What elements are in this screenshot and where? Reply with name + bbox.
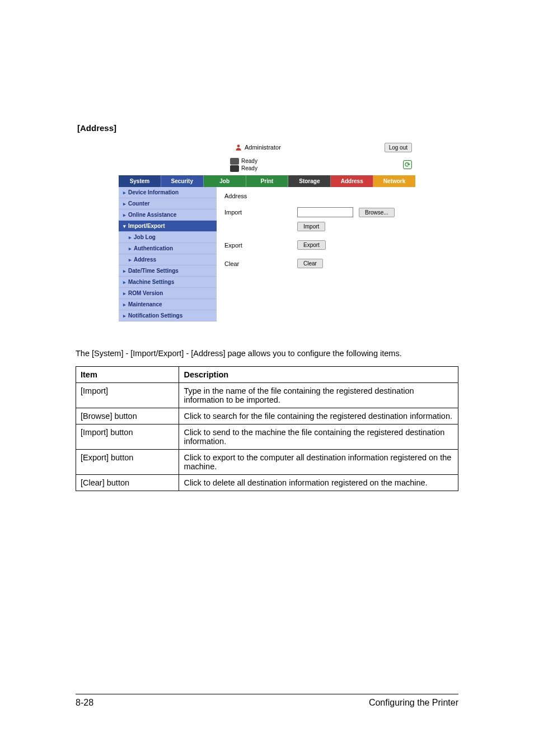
- tab-job[interactable]: Job: [204, 175, 246, 187]
- table-cell-desc: Click to search for the file containing …: [179, 408, 458, 424]
- table-header-item: Item: [76, 366, 179, 382]
- sidebar-item-maintenance[interactable]: Maintenance: [119, 299, 217, 310]
- sidebar-item-device-info[interactable]: Device Information: [119, 187, 217, 198]
- person-icon: [235, 143, 242, 151]
- table-header-description: Description: [179, 366, 458, 382]
- role-label: Administrator: [245, 144, 281, 151]
- scanner-icon: [230, 165, 239, 172]
- admin-screenshot: Administrator Log out Ready Ready ⟳ Syst: [119, 141, 415, 321]
- sidebar: Device Information Counter Online Assist…: [119, 187, 217, 321]
- sidebar-item-counter[interactable]: Counter: [119, 198, 217, 209]
- tab-system[interactable]: System: [119, 175, 161, 187]
- sidebar-item-import-export[interactable]: Import/Export: [119, 221, 217, 232]
- tab-storage[interactable]: Storage: [288, 175, 331, 187]
- table-row: [Export] button Click to export to the c…: [76, 449, 458, 474]
- import-file-field[interactable]: [297, 207, 353, 217]
- table-cell-desc: Click to export to the computer all dest…: [179, 449, 458, 474]
- logout-button[interactable]: Log out: [385, 143, 412, 152]
- scanner-status: Ready: [241, 165, 257, 171]
- import-button[interactable]: Import: [297, 222, 325, 231]
- sidebar-item-online-assist[interactable]: Online Assistance: [119, 209, 217, 221]
- section-heading: [Address]: [77, 123, 458, 133]
- admin-role-indicator: Administrator: [235, 143, 281, 151]
- page-footer: 8-28 Configuring the Printer: [76, 694, 458, 708]
- clear-label: Clear: [224, 260, 292, 267]
- table-cell-desc: Type in the name of the file containing …: [179, 382, 458, 408]
- table-cell-item: [Import] button: [76, 424, 179, 449]
- table-row: [Clear] button Click to delete all desti…: [76, 474, 458, 491]
- table-cell-desc: Click to send to the machine the file co…: [179, 424, 458, 449]
- sidebar-item-machine-settings[interactable]: Machine Settings: [119, 277, 217, 288]
- sidebar-item-job-log[interactable]: Job Log: [119, 232, 217, 243]
- table-cell-item: [Clear] button: [76, 474, 179, 491]
- svg-point-0: [237, 144, 240, 147]
- doc-section-title: Configuring the Printer: [369, 698, 458, 708]
- description-paragraph: The [System] - [Import/Export] - [Addres…: [76, 348, 458, 360]
- content-heading: Address: [224, 193, 412, 199]
- export-label: Export: [224, 242, 292, 249]
- export-button[interactable]: Export: [297, 240, 326, 250]
- tab-print[interactable]: Print: [246, 175, 289, 187]
- table-row: [Browse] button Click to search for the …: [76, 408, 458, 424]
- content-panel: Address Import Browse... Import Export E…: [217, 187, 415, 321]
- table-cell-item: [Browse] button: [76, 408, 179, 424]
- sidebar-item-authentication[interactable]: Authentication: [119, 243, 217, 254]
- import-label: Import: [224, 209, 292, 216]
- table-cell-desc: Click to delete all destination informat…: [179, 474, 458, 491]
- refresh-icon[interactable]: ⟳: [403, 160, 412, 169]
- table-cell-item: [Export] button: [76, 449, 179, 474]
- tab-security[interactable]: Security: [161, 175, 204, 187]
- printer-status: Ready: [241, 158, 257, 164]
- tab-network[interactable]: Network: [373, 175, 415, 187]
- table-row: [Import] button Click to send to the mac…: [76, 424, 458, 449]
- sidebar-item-notification[interactable]: Notification Settings: [119, 310, 217, 321]
- printer-icon: [230, 158, 239, 165]
- sidebar-item-date-time[interactable]: Date/Time Settings: [119, 265, 217, 277]
- settings-table: Item Description [Import] Type in the na…: [76, 366, 458, 491]
- browse-button[interactable]: Browse...: [359, 208, 395, 217]
- clear-button[interactable]: Clear: [297, 259, 323, 268]
- sidebar-item-address[interactable]: Address: [119, 254, 217, 265]
- sidebar-item-rom-version[interactable]: ROM Version: [119, 288, 217, 299]
- tab-address[interactable]: Address: [331, 175, 373, 187]
- table-row: [Import] Type in the name of the file co…: [76, 382, 458, 408]
- tab-bar: System Security Job Print Storage Addres…: [119, 175, 415, 187]
- page-number: 8-28: [76, 698, 93, 708]
- table-cell-item: [Import]: [76, 382, 179, 408]
